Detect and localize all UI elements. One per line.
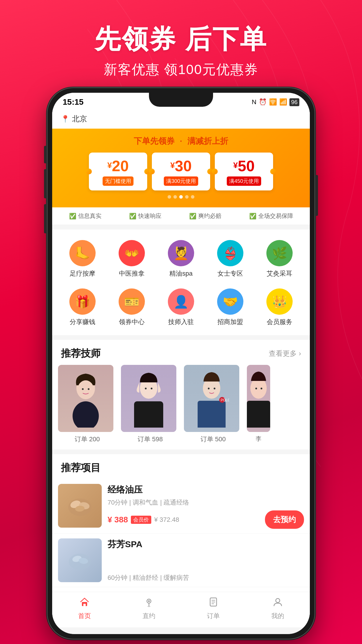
coupon-item-30[interactable]: ¥30 满300元使用 xyxy=(152,153,210,190)
project-member-price-1: ¥ 372.48 xyxy=(154,516,179,524)
moxibustion-label: 艾灸采耳 xyxy=(267,269,292,278)
trust-label-1: 信息真实 xyxy=(78,212,101,220)
svg-point-17 xyxy=(255,388,257,389)
phone-frame-wrapper: 15:15 N ⏰ 🛜 📶 96 📍 北京 xyxy=(47,88,315,639)
coupon-amount-30: ¥30 xyxy=(155,158,207,174)
category-grid-row2: 🎁 分享赚钱 🎫 领券中心 👤 技师入驻 🤝 xyxy=(58,284,304,332)
share-earn-label: 分享赚钱 xyxy=(70,318,95,326)
orders-icon xyxy=(208,597,219,610)
share-earn-icon: 🎁 xyxy=(69,288,96,315)
city-name: 北京 xyxy=(72,114,87,124)
coupon-carousel-dots xyxy=(61,195,301,199)
svg-point-18 xyxy=(261,388,262,389)
category-coupon-center[interactable]: 🎫 领券中心 xyxy=(107,284,157,332)
womens-zone-label: 女士专区 xyxy=(217,269,243,278)
dot-3 xyxy=(179,195,183,199)
coupon-banner[interactable]: 下单先领券 · 满减折上折 ¥20 无门槛使用 xyxy=(52,129,310,207)
nav-label-home: 首页 xyxy=(78,612,91,620)
svg-point-2 xyxy=(78,380,94,399)
power-button xyxy=(316,175,318,216)
phone-notch xyxy=(149,93,213,107)
technician-avatar-4 xyxy=(247,365,270,432)
home-icon xyxy=(79,597,90,610)
dot-5 xyxy=(191,195,194,199)
technician-orders-4: 李 xyxy=(247,435,270,443)
svg-rect-16 xyxy=(247,401,270,428)
bottom-navigation: 首页 直约 xyxy=(52,592,310,627)
coupon-list: ¥20 无门槛使用 ¥30 满300元使用 ¥50 xyxy=(61,153,301,190)
coupon-amount-50: ¥50 xyxy=(218,158,270,174)
essential-oil-spa-label: 精油spa xyxy=(169,269,192,278)
technician-orders-3: 订单 500 xyxy=(184,435,242,444)
category-womens-zone[interactable]: 👙 女士专区 xyxy=(205,235,255,284)
projects-section-title: 推荐项目 xyxy=(61,461,101,475)
project-price-row-1: ¥ 388 会员价 ¥ 372.48 去预约 xyxy=(108,510,304,529)
project-price-1: ¥ 388 会员价 ¥ 372.48 xyxy=(108,515,179,524)
technician-avatar-2 xyxy=(121,365,176,432)
book-button-1[interactable]: 去预约 xyxy=(265,510,304,529)
tcm-massage-label: 中医推拿 xyxy=(119,269,145,278)
project-name-2: 芬芳SPA xyxy=(108,538,304,550)
location-icon xyxy=(144,597,154,610)
trust-label-4: 全场交易保障 xyxy=(258,212,293,220)
nav-item-profile[interactable]: 我的 xyxy=(271,597,284,620)
category-franchise[interactable]: 🤝 招商加盟 xyxy=(205,284,255,332)
category-grid-row1: 🦶 足疗按摩 👐 中医推拿 💆 精油spa 👙 xyxy=(58,235,304,284)
coupon-amount-20: ¥20 xyxy=(92,158,144,174)
coupon-banner-title: 下单先领券 · 满减折上折 xyxy=(61,136,301,147)
technician-card-1[interactable]: 订单 200 xyxy=(58,365,116,444)
svg-rect-27 xyxy=(83,604,86,606)
check-icon-4: ✅ xyxy=(249,213,256,220)
trust-item-3: ✅ 爽约必赔 xyxy=(189,212,222,220)
signal-icon: 📶 xyxy=(279,98,287,106)
technician-orders-1: 订单 200 xyxy=(58,435,116,444)
franchise-icon: 🤝 xyxy=(217,288,243,315)
technician-photo-4 xyxy=(247,365,270,432)
category-share-earn[interactable]: 🎁 分享赚钱 xyxy=(58,284,107,332)
svg-point-35 xyxy=(276,598,280,603)
wifi-icon: 🛜 xyxy=(269,98,277,106)
category-section: 🦶 足疗按摩 👐 中医推拿 💆 精油spa 👙 xyxy=(52,230,310,335)
technician-section-title: 推荐技师 xyxy=(61,347,101,360)
technician-card-3[interactable]: POLO 订单 500 xyxy=(184,365,242,444)
coupon-item-50[interactable]: ¥50 满450元使用 xyxy=(215,153,273,190)
tcm-massage-icon: 👐 xyxy=(119,240,145,266)
location-bar[interactable]: 📍 北京 xyxy=(52,109,310,129)
womens-zone-icon: 👙 xyxy=(217,240,243,266)
nav-item-home[interactable]: 首页 xyxy=(78,597,91,620)
svg-point-8 xyxy=(151,388,152,389)
technician-see-more[interactable]: 查看更多 › xyxy=(269,349,301,358)
alarm-icon: ⏰ xyxy=(259,98,267,106)
nav-label-profile: 我的 xyxy=(271,612,284,620)
category-moxibustion[interactable]: 🌿 艾灸采耳 xyxy=(255,235,304,284)
technician-photo-1 xyxy=(58,365,113,432)
member-badge-1: 会员价 xyxy=(131,516,151,524)
project-name-1: 经络油压 xyxy=(108,484,304,496)
project-item-2[interactable]: 芬芳SPA 60分钟 | 精油舒经 | 缓解病苦 xyxy=(52,534,310,587)
technician-card-4[interactable]: 李 xyxy=(247,365,270,444)
project-item-1[interactable]: 经络油压 70分钟 | 调和气血 | 疏通经络 ¥ 388 会员价 ¥ 372.… xyxy=(52,479,310,534)
dot-4 xyxy=(185,195,189,199)
check-icon-1: ✅ xyxy=(69,213,76,220)
nav-item-direct[interactable]: 直约 xyxy=(143,597,155,620)
category-tcm-massage[interactable]: 👐 中医推拿 xyxy=(107,235,157,284)
category-essential-oil-spa[interactable]: 💆 精油spa xyxy=(157,235,206,284)
dot-2 xyxy=(173,195,177,199)
nav-label-direct: 直约 xyxy=(143,612,155,620)
essential-oil-spa-icon: 💆 xyxy=(168,240,194,266)
nav-item-orders[interactable]: 订单 xyxy=(207,597,220,620)
membership-icon: 👑 xyxy=(266,288,293,315)
foot-massage-icon: 🦶 xyxy=(69,240,96,266)
technician-orders-2: 订单 598 xyxy=(121,435,179,444)
category-membership[interactable]: 👑 会员服务 xyxy=(255,284,304,332)
svg-point-11 xyxy=(208,388,210,389)
trust-label-3: 爽约必赔 xyxy=(198,212,222,220)
status-icons: N ⏰ 🛜 📶 96 xyxy=(252,98,299,106)
category-foot-massage[interactable]: 🦶 足疗按摩 xyxy=(58,235,107,284)
project-image-1 xyxy=(58,484,102,528)
project-main-price-1: ¥ 388 xyxy=(108,515,128,524)
coupon-item-20[interactable]: ¥20 无门槛使用 xyxy=(89,153,147,190)
technician-join-label: 技师入驻 xyxy=(168,318,194,326)
category-technician-join[interactable]: 👤 技师入驻 xyxy=(157,284,206,332)
technician-card-2[interactable]: 订单 598 xyxy=(121,365,179,444)
